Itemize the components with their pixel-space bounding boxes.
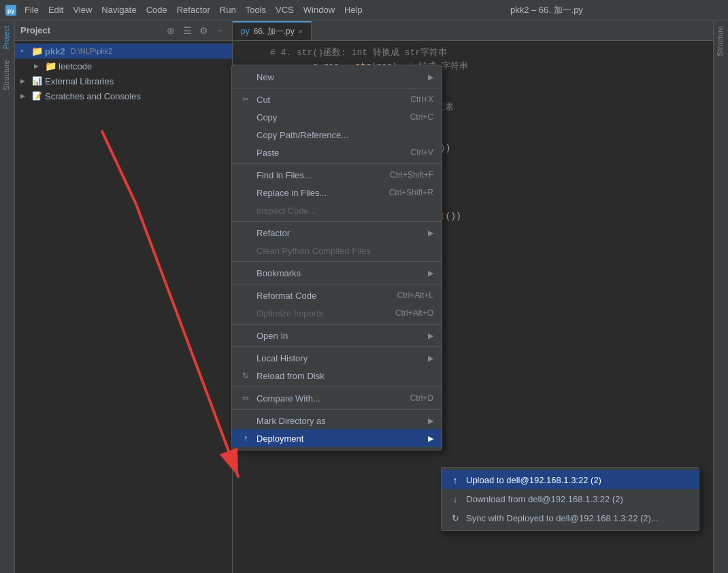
ctx-refactor-label: Refactor	[257, 228, 290, 238]
deploy-sync[interactable]: ↻ Sync with Deployed to dell@192.168.1.3…	[442, 508, 699, 527]
ctx-compare[interactable]: ⇔ Compare With... Ctrl+D	[232, 389, 442, 407]
panel-action-hide[interactable]: −	[213, 24, 227, 37]
ctx-replace-files[interactable]: Replace in Files... Ctrl+Shift+R	[232, 184, 442, 201]
tree-label-pkk2: pkk2	[45, 46, 65, 56]
sidebar-tab-structure-right[interactable]: Structure	[714, 20, 728, 62]
tree-item-leetcode[interactable]: ▶ 📁 leetcode	[15, 59, 232, 73]
ctx-mark-dir-arrow: ▶	[428, 416, 433, 425]
deploy-upload[interactable]: ↑ Upload to dell@192.168.1.3:22 (2)	[442, 470, 699, 489]
menu-navigate[interactable]: Navigate	[97, 3, 140, 16]
ctx-optimize-shortcut: Ctrl+Alt+O	[395, 308, 433, 318]
ctx-open-in[interactable]: Open In ▶	[232, 327, 442, 344]
folder-icon-leetcode: 📁	[45, 61, 56, 71]
ctx-new[interactable]: New ▶	[232, 68, 442, 86]
ctx-cut[interactable]: ✂ Cut Ctrl+X	[232, 91, 442, 108]
tree-item-pkk2[interactable]: ▾ 📁 pkk2 D:\NLP\pkk2	[15, 44, 232, 59]
ctx-sep-5	[232, 284, 442, 284]
ctx-reload[interactable]: ↻ Reload from Disk	[232, 367, 442, 384]
ctx-bookmarks-arrow: ▶	[428, 269, 433, 278]
ctx-local-history[interactable]: Local History ▶	[232, 349, 442, 367]
sync-icon: ↻	[450, 512, 461, 523]
panel-action-locate[interactable]: ⊕	[164, 24, 178, 37]
ctx-compare-label: Compare With...	[257, 393, 320, 404]
ctx-reformat[interactable]: Reformat Code Ctrl+Alt+L	[232, 286, 442, 304]
menu-vcs[interactable]: VCS	[271, 3, 298, 16]
ctx-cut-label: Cut	[257, 95, 270, 105]
ctx-compare-shortcut: Ctrl+D	[410, 393, 433, 403]
deploy-download[interactable]: ↓ Download from dell@192.168.1.3:22 (2)	[442, 489, 699, 508]
ctx-open-in-label: Open In	[257, 331, 288, 341]
ctx-refactor[interactable]: Refactor ▶	[232, 224, 442, 242]
editor-tab-file[interactable]: py 66. 加一.py ×	[233, 21, 312, 40]
ctx-copy[interactable]: Copy Ctrl+C	[232, 108, 442, 126]
menu-tools[interactable]: Tools	[242, 3, 270, 16]
tree-path-pkk2: D:\NLP\pkk2	[71, 47, 113, 55]
deploy-sync-label: Sync with Deployed to dell@192.168.1.3:2…	[466, 513, 659, 523]
editor-tabs: py 66. 加一.py ×	[233, 20, 713, 41]
title-bar: py File Edit View Navigate Code Refactor…	[0, 0, 728, 20]
ctx-replace-shortcut: Ctrl+Shift+R	[389, 188, 433, 197]
project-panel-header: Project ⊕ ☰ ⚙ −	[15, 20, 232, 41]
menu-refactor[interactable]: Refactor	[173, 3, 214, 16]
ctx-sep-2	[232, 163, 442, 164]
tree-item-external-libraries[interactable]: ▶ 📊 External Libraries	[15, 73, 232, 88]
deploy-download-label: Download from dell@192.168.1.3:22 (2)	[466, 494, 623, 504]
ctx-clean-python: Clean Python Compiled Files	[232, 242, 442, 259]
sidebar-tab-structure-left[interactable]: Structure	[0, 54, 14, 96]
ctx-copy-shortcut: Ctrl+C	[410, 112, 433, 122]
tree-label-scratches: Scratches and Consoles	[45, 91, 141, 101]
ctx-mark-directory[interactable]: Mark Directory as ▶	[232, 412, 442, 429]
ctx-new-label: New	[257, 72, 274, 82]
project-tree: ▾ 📁 pkk2 D:\NLP\pkk2 ▶ 📁 leetcode ▶ 📊 Ex…	[15, 41, 232, 573]
ctx-copy-label: Copy	[257, 112, 277, 122]
panel-action-collapse[interactable]: ☰	[180, 24, 194, 37]
ctx-deployment[interactable]: ↑ Deployment ▶	[232, 429, 442, 447]
ctx-inspect-code: Inspect Code...	[232, 201, 442, 219]
menu-view[interactable]: View	[69, 3, 96, 16]
deployment-icon: ↑	[240, 433, 251, 443]
tree-item-scratches[interactable]: ▶ 📝 Scratches and Consoles	[15, 88, 232, 103]
ctx-find-files[interactable]: Find in Files... Ctrl+Shift+F	[232, 166, 442, 184]
ctx-paste-shortcut: Ctrl+V	[410, 148, 433, 157]
deploy-upload-label: Upload to dell@192.168.1.3:22 (2)	[466, 475, 601, 485]
ctx-copy-path[interactable]: Copy Path/Reference...	[232, 126, 442, 144]
menu-window[interactable]: Window	[299, 3, 339, 16]
ctx-cut-shortcut: Ctrl+X	[410, 95, 433, 104]
ctx-clean-label: Clean Python Compiled Files	[257, 246, 371, 256]
panel-action-settings[interactable]: ⚙	[197, 24, 210, 37]
ctx-inspect-label: Inspect Code...	[257, 206, 316, 216]
tab-close-button[interactable]: ×	[299, 27, 303, 35]
ctx-find-shortcut: Ctrl+Shift+F	[390, 170, 433, 180]
ctx-reformat-shortcut: Ctrl+Alt+L	[397, 291, 433, 300]
ctx-paste[interactable]: Paste Ctrl+V	[232, 144, 442, 161]
window-title: pkk2 – 66. 加一.py	[371, 4, 723, 16]
menu-help[interactable]: Help	[340, 3, 367, 16]
app-logo: py	[5, 5, 16, 16]
cut-icon: ✂	[240, 95, 251, 104]
ctx-local-history-label: Local History	[257, 353, 308, 363]
ctx-sep-4	[232, 261, 442, 262]
ctx-sep-6	[232, 324, 442, 325]
ctx-sep-1	[232, 88, 442, 88]
upload-icon: ↑	[450, 474, 461, 485]
tab-file-label: 66. 加一.py	[254, 26, 295, 37]
code-line-1: # 4. str()函数: int 转换成 str字符串	[233, 46, 713, 60]
ctx-new-arrow: ▶	[428, 73, 433, 82]
ctx-deployment-label: Deployment	[257, 433, 303, 444]
ctx-paste-label: Paste	[257, 148, 279, 158]
ctx-bookmarks-label: Bookmarks	[257, 268, 301, 278]
line-number	[238, 46, 262, 60]
menu-file[interactable]: File	[20, 3, 43, 16]
sidebar-tab-project[interactable]: Project	[0, 20, 14, 54]
menu-run[interactable]: Run	[216, 3, 240, 16]
tree-arrow-pkk2: ▾	[20, 48, 29, 54]
ctx-bookmarks[interactable]: Bookmarks ▶	[232, 264, 442, 282]
reload-icon: ↻	[240, 371, 251, 380]
menu-code[interactable]: Code	[142, 3, 171, 16]
ctx-optimize-label: Optimize Imports	[257, 308, 323, 318]
ctx-replace-label: Replace in Files...	[257, 188, 327, 198]
ctx-open-in-arrow: ▶	[428, 331, 433, 340]
menu-bar: File Edit View Navigate Code Refactor Ru…	[20, 3, 367, 16]
tree-arrow-external: ▶	[20, 78, 29, 84]
menu-edit[interactable]: Edit	[44, 3, 67, 16]
